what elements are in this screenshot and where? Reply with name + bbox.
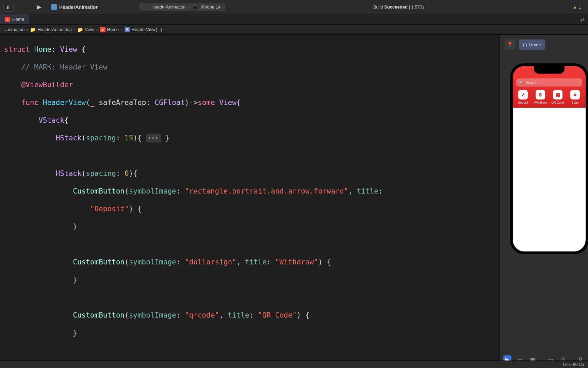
tab-label: Home bbox=[12, 17, 24, 22]
jumpbar-project[interactable]: …nimation bbox=[3, 27, 24, 32]
jumpbar-file[interactable]: 𝘴 Home bbox=[100, 27, 119, 32]
folder-icon: 📁 bbox=[77, 27, 83, 32]
app-icon bbox=[51, 4, 57, 10]
build-status: Build Succeeded | 1.573s bbox=[373, 4, 425, 10]
cursor-position: Line: 69 Co bbox=[563, 362, 584, 367]
scheme-name: HeaderAnimation bbox=[59, 4, 99, 10]
swift-file-icon: 𝘴 bbox=[5, 17, 10, 22]
jumpbar-label: View bbox=[85, 27, 94, 32]
sidebar-icon: ◧ bbox=[6, 4, 11, 10]
jumpbar-folder[interactable]: 📁 HeaderAnimation bbox=[30, 27, 71, 32]
deposit-icon: ↗ bbox=[518, 90, 528, 99]
chevron-right-icon: › bbox=[121, 27, 122, 32]
jumpbar-label: HeaderAnimation bbox=[37, 27, 71, 32]
jumpbar-label: Home bbox=[107, 27, 119, 32]
scan-icon: ⌗ bbox=[570, 90, 580, 99]
phone-notch bbox=[534, 66, 565, 74]
pin-icon: 📍 bbox=[507, 42, 513, 48]
code-fold-indicator[interactable]: ••• bbox=[146, 134, 161, 142]
folder-icon: 📁 bbox=[30, 27, 36, 32]
target-app-label: HeaderAnimation bbox=[151, 4, 185, 10]
chevron-right-icon: › bbox=[27, 27, 28, 32]
tab-home[interactable]: 𝘴 Home bbox=[0, 14, 29, 24]
code-editor[interactable]: struct Home: View { // MARK: Header View… bbox=[0, 35, 500, 368]
preview-label: Home bbox=[529, 42, 541, 47]
jumpbar-folder-view[interactable]: 📁 View bbox=[77, 27, 94, 32]
run-button[interactable]: ▶ bbox=[34, 3, 44, 12]
phone-screen[interactable]: 🔍 Search ↗ Deposit $ Withdraw bbox=[513, 66, 586, 251]
chevron-right-icon: › bbox=[96, 27, 98, 32]
jumpbar-label: …nimation bbox=[3, 27, 24, 32]
sidebar-toggle-button[interactable]: ◧ bbox=[3, 3, 14, 12]
action-label: Deposit bbox=[518, 101, 528, 104]
phone-frame: 🔍 Search ↗ Deposit $ Withdraw bbox=[510, 63, 588, 254]
qrcode-icon: ▦ bbox=[553, 90, 562, 99]
deposit-button[interactable]: ↗ Deposit bbox=[516, 90, 530, 104]
withdraw-button[interactable]: $ Withdraw bbox=[534, 90, 548, 104]
dollar-icon: $ bbox=[536, 90, 545, 99]
preview-device-selector[interactable]: ▢ Home bbox=[519, 40, 545, 50]
action-label: QR Code bbox=[551, 101, 564, 104]
jump-bar: …nimation › 📁 HeaderAnimation › 📁 View ›… bbox=[0, 25, 588, 35]
warning-count: 1 bbox=[579, 4, 581, 10]
method-icon: M bbox=[125, 27, 130, 32]
canvas-preview-panel: 📍 ▢ Home 🔍 Search ↗ Deposit bbox=[500, 35, 588, 368]
swift-file-icon: 𝘴 bbox=[100, 27, 105, 32]
run-destination-selector[interactable]: HeaderAnimation › 📱 iPhone 14 bbox=[140, 3, 225, 11]
play-icon: ▶ bbox=[37, 4, 41, 10]
status-bar: Line: 69 Co bbox=[0, 361, 588, 368]
warning-icon: ▲ bbox=[573, 4, 577, 10]
chevron-right-icon: › bbox=[74, 27, 75, 32]
chevron-right-icon: › bbox=[188, 4, 190, 10]
xcode-toolbar: ◧ ▶ HeaderAnimation HeaderAnimation › 📱 … bbox=[0, 0, 588, 14]
target-device-label: iPhone 14 bbox=[201, 4, 221, 10]
app-icon-small bbox=[144, 5, 149, 10]
pin-preview-button[interactable]: 📍 bbox=[505, 40, 516, 50]
jumpbar-symbol[interactable]: M HeaderView(_:) bbox=[125, 27, 162, 32]
jumpbar-label: HeaderView(_:) bbox=[132, 27, 162, 32]
text-cursor bbox=[77, 276, 77, 283]
scheme-selector[interactable]: HeaderAnimation bbox=[48, 3, 102, 11]
editor-tabbar: 𝘴 Home ⇄ bbox=[0, 14, 588, 25]
action-label: Withdraw bbox=[534, 101, 547, 104]
container-icon: ▢ bbox=[523, 42, 527, 47]
search-placeholder: Search bbox=[526, 80, 538, 85]
action-label: Scan bbox=[572, 101, 579, 104]
search-field[interactable]: 🔍 Search bbox=[516, 78, 582, 87]
issue-indicator[interactable]: ▲ 1 bbox=[573, 4, 581, 10]
device-icon: 📱 bbox=[193, 4, 198, 10]
qrcode-button[interactable]: ▦ QR Code bbox=[551, 90, 565, 104]
split-editor-icon[interactable]: ⇄ bbox=[580, 16, 585, 22]
scan-button[interactable]: ⌗ Scan bbox=[568, 90, 582, 104]
search-icon: 🔍 bbox=[519, 80, 524, 85]
